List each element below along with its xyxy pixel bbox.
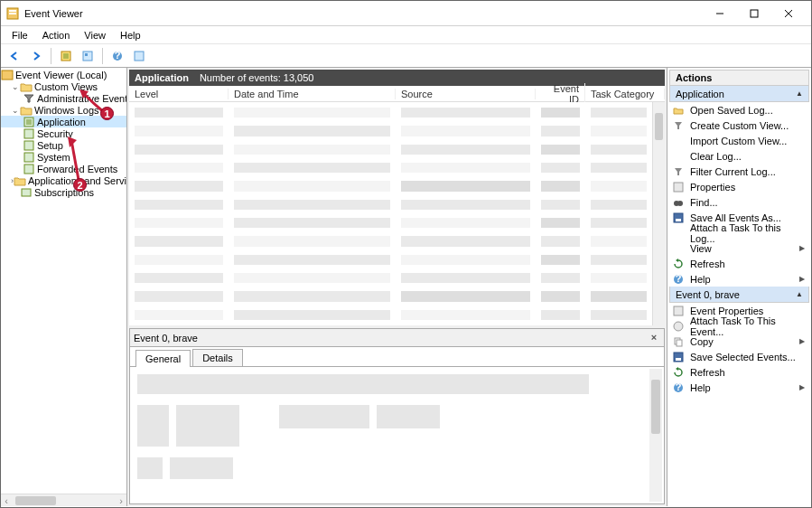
tree-horizontal-scrollbar[interactable]: ‹ ›: [1, 494, 126, 506]
svg-text:?: ?: [115, 50, 121, 61]
detail-vertical-scrollbar[interactable]: [649, 369, 662, 502]
action-save-selected[interactable]: Save Selected Events...: [669, 349, 809, 364]
actions-group-application[interactable]: Application ▲: [669, 86, 809, 102]
help-button[interactable]: ?: [107, 46, 127, 66]
help-icon: ?: [672, 273, 685, 286]
tab-general[interactable]: General: [135, 350, 191, 367]
action-clear-log[interactable]: Clear Log...: [669, 148, 809, 164]
events-column-header[interactable]: Level Date and Time Source Event ID Task…: [129, 86, 665, 102]
tree-forwarded[interactable]: Forwarded Events: [1, 163, 126, 174]
properties-button[interactable]: [78, 46, 98, 66]
log-icon: [23, 164, 35, 174]
svg-rect-19: [22, 189, 31, 196]
refresh-icon: [672, 366, 685, 379]
svg-rect-15: [24, 129, 33, 138]
maximize-button[interactable]: [737, 4, 771, 24]
tree-application[interactable]: Application: [1, 116, 126, 127]
menu-file[interactable]: File: [5, 28, 35, 42]
column-eventid[interactable]: Event ID: [536, 83, 585, 105]
tree-admin-events[interactable]: Administrative Events: [1, 92, 126, 104]
svg-rect-16: [24, 141, 33, 150]
svg-point-22: [677, 201, 683, 206]
tree-apps-services[interactable]: › Applications and Services Lo: [1, 174, 126, 186]
column-source[interactable]: Source: [396, 89, 536, 99]
column-datetime[interactable]: Date and Time: [229, 89, 396, 99]
refresh-icon: [672, 258, 685, 270]
help-icon: ?: [672, 381, 685, 394]
scrollbar-thumb[interactable]: [15, 496, 56, 505]
events-vertical-scrollbar[interactable]: [652, 102, 665, 325]
forward-button[interactable]: [26, 46, 46, 66]
task-icon: [672, 320, 685, 333]
action-copy[interactable]: Copy▶: [669, 334, 809, 349]
save-icon: [672, 212, 685, 224]
action-help-2[interactable]: ?Help▶: [669, 380, 809, 395]
main-area: Event Viewer (Local) ⌄ Custom Views Admi…: [1, 68, 811, 506]
show-hide-tree-button[interactable]: [56, 46, 76, 66]
action-import-custom-view[interactable]: Import Custom View...: [669, 133, 809, 148]
svg-point-28: [674, 322, 683, 331]
detail-header: Event 0, brave ×: [130, 329, 664, 347]
detail-close-button[interactable]: ×: [648, 332, 660, 344]
center-pane: Application Number of events: 13,050 Lev…: [127, 68, 667, 506]
menu-view[interactable]: View: [77, 28, 113, 42]
action-view[interactable]: View▶: [669, 240, 809, 256]
tree-root[interactable]: Event Viewer (Local): [1, 69, 126, 80]
back-button[interactable]: [5, 46, 24, 66]
event-detail-pane: Event 0, brave × General Details: [129, 328, 665, 504]
minimize-button[interactable]: [703, 4, 737, 24]
submenu-arrow-icon: ▶: [799, 383, 805, 391]
column-level[interactable]: Level: [129, 89, 229, 99]
action-attach-task-log[interactable]: Attach a Task To this Log...: [669, 225, 809, 240]
folder-icon: [14, 175, 26, 186]
action-filter-current-log[interactable]: Filter Current Log...: [669, 164, 809, 179]
navigation-tree[interactable]: Event Viewer (Local) ⌄ Custom Views Admi…: [1, 68, 126, 494]
action-create-custom-view[interactable]: Create Custom View...: [669, 118, 809, 133]
svg-rect-12: [135, 52, 144, 61]
log-icon: [23, 128, 35, 139]
svg-rect-9: [85, 53, 88, 56]
action-refresh[interactable]: Refresh: [669, 256, 809, 271]
action-open-saved-log[interactable]: Open Saved Log...: [669, 102, 809, 118]
menu-action[interactable]: Action: [35, 28, 78, 42]
tree-custom-views[interactable]: ⌄ Custom Views: [1, 80, 126, 92]
filter-icon: [23, 93, 35, 104]
events-grid[interactable]: [129, 102, 665, 325]
svg-rect-2: [9, 13, 16, 14]
tree-subscriptions[interactable]: Subscriptions: [1, 186, 126, 198]
column-taskcategory[interactable]: Task Category: [585, 89, 665, 99]
subscriptions-icon: [20, 187, 33, 198]
tree-setup[interactable]: Setup: [1, 139, 126, 151]
event-count-label: Number of events: 13,050: [200, 72, 314, 83]
event-viewer-icon: [6, 7, 19, 20]
scrollbar-thumb[interactable]: [655, 113, 663, 140]
window-title: Event Viewer: [24, 8, 703, 19]
folder-icon: [20, 81, 33, 92]
action-help[interactable]: ?Help▶: [669, 271, 809, 287]
folder-icon: [20, 105, 33, 116]
svg-rect-27: [674, 306, 683, 315]
actions-group-event[interactable]: Event 0, brave ▲: [669, 287, 809, 303]
tree-security[interactable]: Security: [1, 127, 126, 139]
refresh-button[interactable]: [129, 46, 149, 66]
submenu-arrow-icon: ▶: [799, 244, 805, 252]
svg-rect-1: [9, 10, 16, 12]
menu-help[interactable]: Help: [113, 28, 148, 42]
svg-rect-18: [24, 165, 33, 174]
tree-windows-logs[interactable]: ⌄ Windows Logs: [1, 104, 126, 116]
caret-down-icon: ⌄: [11, 106, 20, 115]
tree-system[interactable]: System: [1, 151, 126, 163]
svg-text:?: ?: [676, 382, 682, 392]
tab-details[interactable]: Details: [192, 349, 243, 366]
collapse-icon: ▲: [796, 89, 803, 98]
action-refresh-2[interactable]: Refresh: [669, 364, 809, 380]
binoculars-icon: [672, 196, 685, 209]
action-properties[interactable]: Properties: [669, 179, 809, 194]
svg-rect-30: [677, 340, 682, 346]
svg-rect-32: [676, 358, 681, 361]
action-attach-task-event[interactable]: Attach Task To This Event...: [669, 318, 809, 334]
svg-rect-13: [2, 71, 13, 80]
menu-bar: File Action View Help: [1, 26, 811, 44]
action-find[interactable]: Find...: [669, 194, 809, 210]
close-button[interactable]: [771, 4, 806, 24]
